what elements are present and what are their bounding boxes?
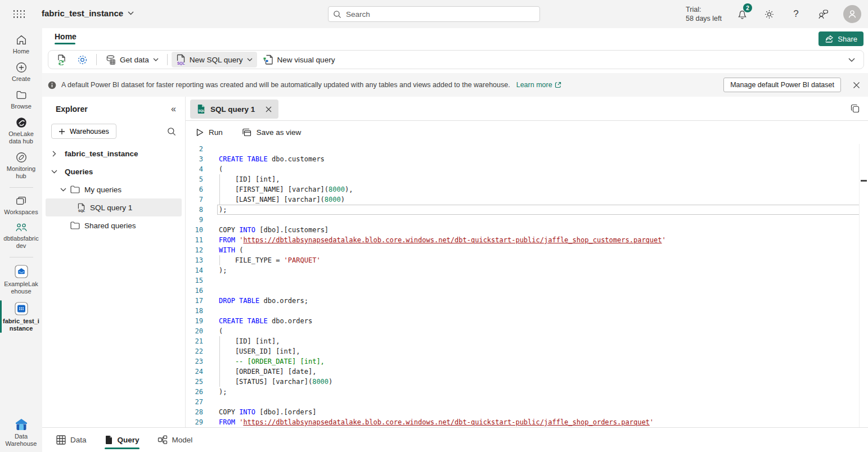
settings-button[interactable]	[762, 7, 776, 21]
overview-ruler-cursor-mark[interactable]	[861, 180, 867, 182]
code-line[interactable]: 20(	[186, 326, 860, 336]
rail-item-create[interactable]: Create	[0, 61, 42, 83]
code-line[interactable]: 16	[186, 286, 860, 296]
tree-item-queries[interactable]: Queries	[42, 162, 185, 180]
learn-more-link[interactable]: Learn more	[516, 81, 561, 89]
rail-item-data-warehouse[interactable]: Data Warehouse	[0, 418, 42, 448]
code-line[interactable]: 17DROP TABLE dbo.orders;	[186, 296, 860, 306]
code-line[interactable]: 22 [USER_ID] [int],	[186, 346, 860, 356]
code-line-text[interactable]: DROP TABLE dbo.orders;	[217, 296, 860, 306]
code-line[interactable]: 3CREATE TABLE dbo.customers	[186, 154, 860, 164]
app-launcher-icon[interactable]	[12, 10, 26, 19]
rail-item-monitoring-hub[interactable]: Monitoring hub	[0, 151, 42, 180]
share-button[interactable]: Share	[818, 31, 863, 46]
tab-sql-query-1[interactable]: SQL SQL query 1	[190, 100, 278, 119]
run-button[interactable]: Run	[196, 128, 223, 137]
code-line-text[interactable]: );	[217, 205, 860, 215]
code-line-text[interactable]	[217, 306, 860, 316]
view-tab-query[interactable]: Query	[105, 428, 140, 452]
code-line[interactable]: 23 -- [ORDER_DATE] [int],	[186, 356, 860, 367]
code-line-text[interactable]: [FIRST_NAME] [varchar](8000),	[217, 184, 860, 195]
code-line-text[interactable]: [USER_ID] [int],	[217, 346, 860, 356]
tree-item-sql-query-1[interactable]: SQL SQL query 1	[46, 198, 182, 216]
code-line-text[interactable]: -- [ORDER_DATE] [int],	[217, 356, 860, 367]
rail-item-home[interactable]: Home	[0, 34, 42, 55]
code-line-text[interactable]	[217, 275, 860, 286]
code-line[interactable]: 24 [ORDER_DATE] [date],	[186, 367, 860, 377]
new-visual-query-button[interactable]: New visual query	[258, 52, 340, 67]
code-line[interactable]: 13 FILE_TYPE = 'PARQUET'	[186, 255, 860, 265]
view-tab-model[interactable]: Model	[158, 428, 193, 452]
code-line[interactable]: 21 [ID] [int],	[186, 336, 860, 346]
feedback-button[interactable]	[816, 7, 830, 21]
code-line[interactable]: 6 [FIRST_NAME] [varchar](8000),	[186, 184, 860, 195]
code-line[interactable]: 28COPY INTO [dbo].[orders]	[186, 407, 860, 417]
rail-item-examplelakehouse[interactable]: ExampleLakehouse	[0, 264, 42, 295]
get-data-button[interactable]: Get data	[101, 52, 163, 67]
code-line[interactable]: 10COPY INTO [dbo].[customers]	[186, 225, 860, 235]
code-line-text[interactable]: FROM 'https://dbtlabsynapsedatalake.blob…	[217, 235, 860, 245]
code-line[interactable]: 12WITH (	[186, 245, 860, 255]
code-line[interactable]: 4(	[186, 164, 860, 174]
code-line-text[interactable]: [ID] [int],	[217, 174, 860, 184]
close-tab-button[interactable]	[266, 106, 272, 112]
help-button[interactable]: ?	[789, 7, 803, 21]
code-line[interactable]: 7 [LAST_NAME] [varchar](8000)	[186, 195, 860, 205]
explorer-search-button[interactable]	[167, 127, 176, 136]
save-as-view-button[interactable]: Save as view	[242, 128, 302, 137]
collapse-explorer-button[interactable]: «	[171, 104, 176, 114]
copy-button[interactable]	[850, 103, 860, 114]
tree-item-my-queries[interactable]: My queries	[42, 180, 185, 198]
code-line[interactable]: 5 [ID] [int],	[186, 174, 860, 184]
code-line[interactable]: 26);	[186, 387, 860, 397]
query-settings-button[interactable]	[73, 52, 92, 67]
tab-home[interactable]: Home	[55, 32, 77, 41]
search-input[interactable]	[346, 10, 535, 19]
code-line-text[interactable]: [STATUS] [varchar](8000)	[217, 377, 860, 387]
code-line-text[interactable]: (	[217, 164, 860, 174]
code-line-text[interactable]: WITH (	[217, 245, 860, 255]
global-search[interactable]	[328, 6, 540, 22]
rail-item-dbtlabsfabricdev[interactable]: dbtlabsfabricdev	[0, 222, 42, 250]
code-line[interactable]: 9	[186, 215, 860, 225]
code-line[interactable]: 19CREATE TABLE dbo.orders	[186, 316, 860, 326]
code-line-text[interactable]: );	[217, 265, 860, 275]
code-line-text[interactable]	[217, 397, 860, 407]
workspace-title-menu[interactable]: fabric_test_instance	[42, 8, 134, 18]
code-line[interactable]: 25 [STATUS] [varchar](8000)	[186, 377, 860, 387]
notifications-button[interactable]: 2	[735, 7, 749, 21]
banner-close-button[interactable]	[853, 82, 860, 89]
rail-item-browse[interactable]: Browse	[0, 89, 42, 110]
code-line-text[interactable]: );	[217, 387, 860, 397]
code-line[interactable]: 2	[186, 144, 860, 154]
code-line-text[interactable]: FILE_TYPE = 'PARQUET'	[217, 255, 860, 265]
code-line[interactable]: 14);	[186, 265, 860, 275]
code-line-text[interactable]: [LAST_NAME] [varchar](8000)	[217, 195, 860, 205]
code-line[interactable]: 27	[186, 397, 860, 407]
code-line-text[interactable]: [ORDER_DATE] [date],	[217, 367, 860, 377]
refresh-button[interactable]	[52, 52, 71, 67]
tree-item-warehouse[interactable]: fabric_test_instance	[42, 144, 185, 162]
user-avatar[interactable]	[843, 5, 861, 23]
code-line-text[interactable]: COPY INTO [dbo].[orders]	[217, 407, 860, 417]
new-sql-query-button[interactable]: SQL New SQL query	[172, 52, 257, 67]
code-line[interactable]: 29FROM 'https://dbtlabsynapsedatalake.bl…	[186, 417, 860, 427]
view-tab-data[interactable]: Data	[56, 428, 87, 452]
tree-item-shared-queries[interactable]: Shared queries	[42, 216, 185, 234]
collapse-ribbon-chevron[interactable]	[848, 58, 855, 62]
rail-item-onelake-data-hub[interactable]: OneLake data hub	[0, 116, 42, 145]
rail-item-fabric-test-instance[interactable]: fabric_test_instance	[0, 301, 42, 332]
rail-item-workspaces[interactable]: Workspaces	[0, 195, 42, 216]
code-line[interactable]: 11FROM 'https://dbtlabsynapsedatalake.bl…	[186, 235, 860, 245]
code-line-text[interactable]: FROM 'https://dbtlabsynapsedatalake.blob…	[217, 417, 860, 427]
code-line-text[interactable]	[217, 144, 860, 154]
code-line-text[interactable]: CREATE TABLE dbo.customers	[217, 154, 860, 164]
code-line-text[interactable]: COPY INTO [dbo].[customers]	[217, 225, 860, 235]
code-line[interactable]: 8);	[186, 205, 860, 215]
sql-code-editor[interactable]: 23CREATE TABLE dbo.customers4(5 [ID] [in…	[186, 144, 868, 427]
code-line-text[interactable]: (	[217, 326, 860, 336]
code-line-text[interactable]: CREATE TABLE dbo.orders	[217, 316, 860, 326]
code-line[interactable]: 18	[186, 306, 860, 316]
add-warehouses-button[interactable]: Warehouses	[51, 124, 116, 139]
manage-default-dataset-button[interactable]: Manage default Power BI dataset	[723, 78, 841, 92]
